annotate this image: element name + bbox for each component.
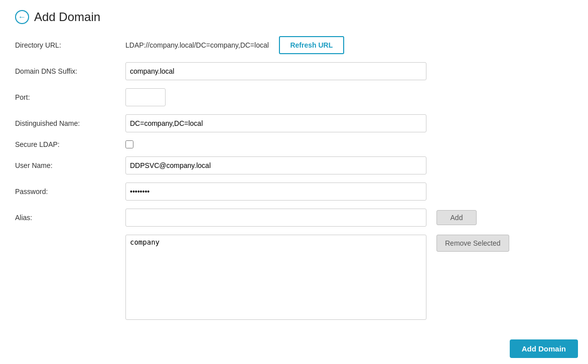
alias-list-container: company xyxy=(125,235,426,321)
distinguished-name-label: Distinguished Name: xyxy=(15,119,125,127)
back-icon[interactable]: ← xyxy=(15,10,29,24)
username-row: User Name: xyxy=(15,156,573,174)
secure-ldap-row: Secure LDAP: xyxy=(15,140,573,148)
password-input[interactable] xyxy=(125,183,426,201)
dns-suffix-input[interactable] xyxy=(125,62,426,80)
port-row: Port: xyxy=(15,88,573,106)
add-alias-button[interactable]: Add xyxy=(436,210,477,225)
directory-url-label: Directory URL: xyxy=(15,41,125,49)
form-layout: Directory URL: LDAP://company.local/DC=c… xyxy=(15,36,573,321)
alias-list[interactable]: company xyxy=(125,235,426,320)
distinguished-name-row: Distinguished Name: xyxy=(15,114,573,132)
secure-ldap-field xyxy=(125,140,133,148)
dns-suffix-field xyxy=(125,62,426,80)
username-label: User Name: xyxy=(15,161,125,169)
alias-field xyxy=(125,209,426,227)
remove-selected-button[interactable]: Remove Selected xyxy=(436,235,509,252)
distinguished-name-field xyxy=(125,114,426,132)
port-field xyxy=(125,88,426,106)
port-label: Port: xyxy=(15,93,125,101)
page-header: ← Add Domain xyxy=(15,10,573,24)
secure-ldap-checkbox[interactable] xyxy=(125,140,133,148)
username-field xyxy=(125,156,426,174)
alias-label: Alias: xyxy=(15,214,125,222)
port-input[interactable] xyxy=(125,88,166,106)
dns-suffix-row: Domain DNS Suffix: xyxy=(15,62,573,80)
alias-row: Alias: Add xyxy=(15,209,573,227)
username-input[interactable] xyxy=(125,156,426,174)
bottom-bar: Add Domain xyxy=(500,333,588,364)
directory-url-row: Directory URL: LDAP://company.local/DC=c… xyxy=(15,36,573,54)
page-title: Add Domain xyxy=(34,10,100,24)
directory-url-value: LDAP://company.local/DC=company,DC=local xyxy=(125,39,269,51)
distinguished-name-input[interactable] xyxy=(125,114,426,132)
page-container: ← Add Domain Directory URL: LDAP://compa… xyxy=(0,0,588,331)
alias-input[interactable] xyxy=(125,209,426,227)
password-label: Password: xyxy=(15,188,125,196)
password-field xyxy=(125,183,426,201)
refresh-url-button[interactable]: Refresh URL xyxy=(279,36,344,54)
password-row: Password: xyxy=(15,183,573,201)
alias-list-buttons: Remove Selected xyxy=(436,235,509,252)
dns-suffix-label: Domain DNS Suffix: xyxy=(15,67,125,75)
add-domain-button[interactable]: Add Domain xyxy=(510,339,578,358)
secure-ldap-label: Secure LDAP: xyxy=(15,140,125,148)
alias-list-row: company Remove Selected xyxy=(15,235,573,321)
